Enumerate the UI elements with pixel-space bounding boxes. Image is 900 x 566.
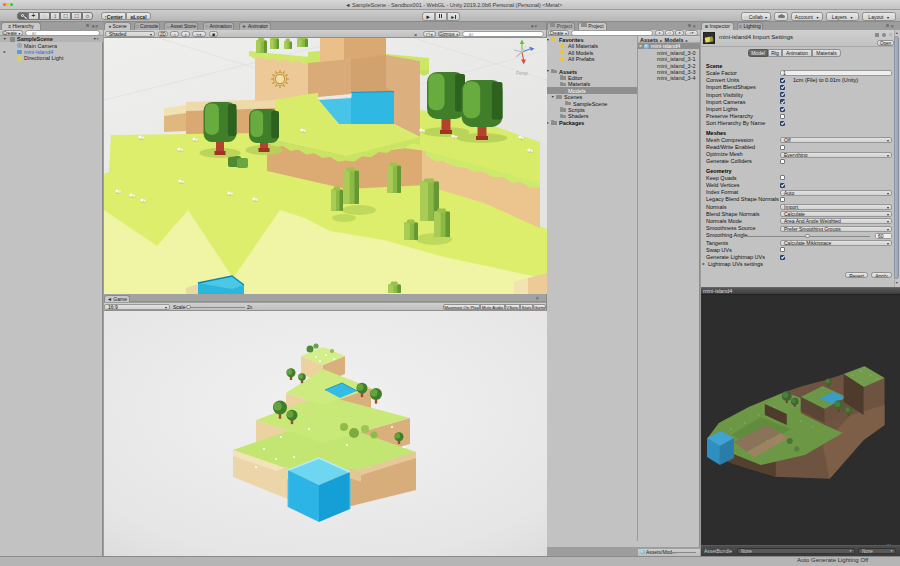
svg-text:Persp: Persp bbox=[516, 71, 528, 76]
